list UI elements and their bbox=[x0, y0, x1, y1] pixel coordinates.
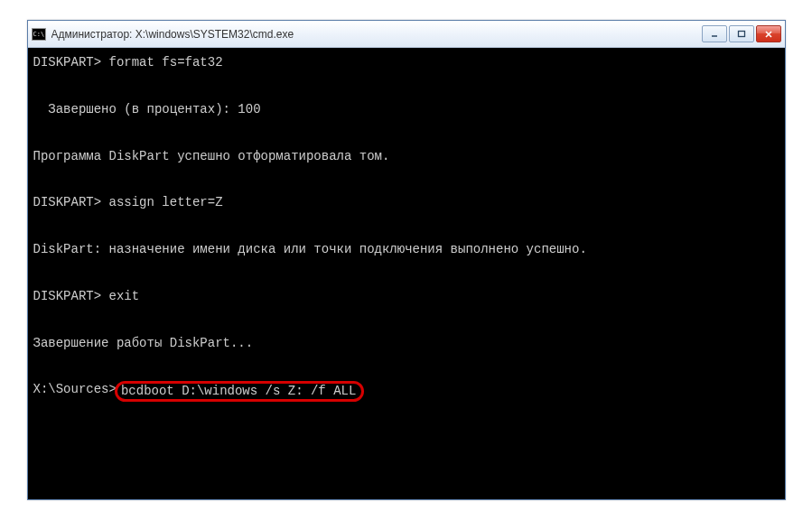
console-line: Завершено (в процентах): 100 bbox=[33, 98, 779, 122]
highlighted-command: bcdboot D:\windows /s Z: /f ALL bbox=[115, 381, 364, 402]
console-line bbox=[33, 309, 779, 332]
cmd-window: Администратор: X:\windows\SYSTEM32\cmd.e… bbox=[27, 20, 786, 500]
console-line bbox=[33, 75, 779, 98]
maximize-button[interactable] bbox=[729, 25, 754, 42]
svg-rect-1 bbox=[738, 31, 744, 36]
console-line bbox=[33, 262, 779, 285]
console-line: Программа DiskPart успешно отформатирова… bbox=[33, 145, 779, 169]
prompt: X:\Sources> bbox=[33, 382, 117, 396]
console-line bbox=[33, 168, 779, 191]
console-line: Завершение работы DiskPart... bbox=[33, 332, 779, 356]
console-line-highlighted: X:\Sources>bcdboot D:\windows /s Z: /f A… bbox=[33, 378, 779, 402]
console-line bbox=[33, 122, 779, 145]
titlebar[interactable]: Администратор: X:\windows\SYSTEM32\cmd.e… bbox=[28, 21, 785, 48]
console-line: DISKPART> format fs=fat32 bbox=[33, 51, 779, 75]
console-line: DiskPart: назначение имени диска или точ… bbox=[33, 238, 779, 262]
close-button[interactable] bbox=[756, 25, 781, 42]
console-line bbox=[33, 215, 779, 238]
console-line: DISKPART> exit bbox=[33, 285, 779, 309]
minimize-button[interactable] bbox=[702, 25, 727, 42]
console-line: DISKPART> assign letter=Z bbox=[33, 191, 779, 215]
window-controls bbox=[702, 25, 781, 42]
cmd-icon bbox=[32, 28, 46, 41]
window-title: Администратор: X:\windows\SYSTEM32\cmd.e… bbox=[51, 28, 702, 41]
console-output[interactable]: DISKPART> format fs=fat32 Завершено (в п… bbox=[28, 48, 785, 499]
console-line bbox=[33, 356, 779, 379]
